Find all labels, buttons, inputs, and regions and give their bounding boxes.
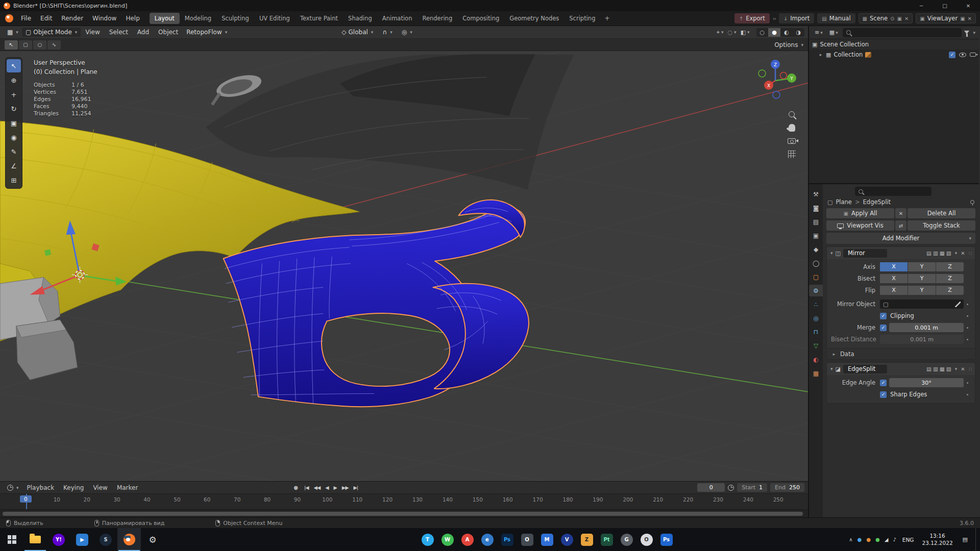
tab-world[interactable]: ◯ bbox=[809, 257, 823, 269]
flip-toggle-button[interactable]: Y bbox=[908, 286, 936, 295]
tool-move[interactable]: + bbox=[7, 88, 21, 101]
delete-all-button[interactable]: Delete All bbox=[908, 208, 975, 218]
tab-physics[interactable]: ◎ bbox=[809, 312, 823, 324]
import-button[interactable]: ↓ Import bbox=[779, 13, 815, 23]
taskbar-yahoo[interactable]: Y! bbox=[47, 528, 70, 551]
transform-orientation-selector[interactable]: ◇ Global ▾ bbox=[338, 28, 377, 37]
tab-object-data[interactable]: ▽ bbox=[809, 340, 823, 352]
tab-view-layer[interactable]: ▣ bbox=[809, 230, 823, 241]
proportional-editing-toggle[interactable]: ◎ ▾ bbox=[398, 28, 416, 37]
unlink-icon[interactable]: ✕ bbox=[904, 16, 909, 21]
tab-object[interactable]: ▢ bbox=[809, 271, 823, 283]
outliner-editor-selector[interactable]: ≡▾ bbox=[813, 28, 825, 37]
menu-item[interactable]: Help bbox=[121, 13, 144, 23]
tray-icon[interactable]: ● bbox=[866, 537, 871, 542]
spiral-app[interactable]: O bbox=[636, 528, 656, 551]
mode-selector[interactable]: ▢ Object Mode ▾ bbox=[22, 28, 81, 37]
edge-angle-checkbox[interactable] bbox=[880, 380, 887, 386]
maximize-button[interactable]: □ bbox=[933, 0, 957, 11]
g-app[interactable]: G bbox=[617, 528, 636, 551]
tool-cursor[interactable]: ⊕ bbox=[7, 73, 21, 87]
ghost-car-body[interactable] bbox=[206, 54, 574, 190]
tool-select-box[interactable]: ↖ bbox=[7, 59, 21, 72]
disable-in-render-icon[interactable] bbox=[970, 53, 976, 57]
obs-gray[interactable]: O bbox=[517, 528, 537, 551]
collapse-icon[interactable]: ▾ bbox=[830, 251, 833, 256]
adobe-red[interactable]: A bbox=[457, 528, 477, 551]
tab-render[interactable]: ◙ bbox=[809, 202, 823, 214]
tab-texture[interactable]: ▦ bbox=[809, 367, 823, 379]
drag-handle-icon[interactable]: ∷ bbox=[969, 251, 972, 256]
transport-button[interactable]: ▶ bbox=[331, 484, 339, 491]
toggle-perspective-icon[interactable] bbox=[788, 151, 796, 158]
timeline-menu-item[interactable]: Keying bbox=[59, 483, 88, 493]
close-button[interactable]: ✕ bbox=[957, 0, 980, 11]
timeline-scrollbar[interactable] bbox=[0, 509, 808, 517]
retopoflow-menu[interactable]: RetopoFlow ▾ bbox=[183, 28, 231, 37]
viewport-menu-item[interactable]: View bbox=[81, 27, 104, 37]
tab-constraints[interactable]: ⊓ bbox=[809, 326, 823, 338]
viewport-menu-item[interactable]: Select bbox=[105, 27, 133, 37]
add-modifier-dropdown[interactable]: Add Modifier▾ bbox=[826, 233, 975, 244]
tab-particles[interactable]: ∴ bbox=[809, 298, 823, 310]
viewport-menu-item[interactable]: Object bbox=[154, 27, 183, 37]
viewport-3d-scene[interactable] bbox=[0, 51, 808, 481]
hide-in-viewport-icon[interactable] bbox=[959, 53, 966, 57]
tray-icon[interactable]: ● bbox=[875, 537, 880, 542]
navigation-gizmo[interactable]: Z Y X bbox=[752, 57, 797, 102]
outliner-row-scene-collection[interactable]: ▣ Scene Collection bbox=[809, 39, 979, 49]
tray-icon[interactable]: ∧ bbox=[849, 537, 852, 542]
outliner-search-input[interactable] bbox=[843, 28, 962, 37]
tab-scene[interactable]: ◆ bbox=[809, 243, 823, 255]
taskbar-blender[interactable] bbox=[117, 528, 141, 551]
delete-modifier-icon[interactable]: ✕ bbox=[960, 251, 966, 256]
drag-handle-icon[interactable]: ∷ bbox=[969, 366, 972, 372]
tray-icon[interactable]: ◢ bbox=[885, 537, 889, 542]
properties-search-input[interactable] bbox=[855, 187, 932, 196]
tool-add-cube[interactable]: ⊞ bbox=[7, 173, 21, 187]
edgesplit-header[interactable]: ▾ ◪ EdgeSplit ▤▥▦▧ ▾ ✕ ∷ bbox=[827, 363, 975, 375]
painter[interactable]: Pt bbox=[597, 528, 617, 551]
delete-modifier-icon[interactable]: ✕ bbox=[960, 366, 966, 372]
workspace-tab[interactable]: Animation bbox=[377, 13, 418, 24]
menu-item[interactable]: Edit bbox=[36, 13, 57, 23]
pin-icon[interactable] bbox=[970, 200, 974, 204]
transport-button[interactable]: |◀ bbox=[302, 484, 311, 491]
language-indicator[interactable]: ENG bbox=[901, 537, 916, 543]
modifier-toggle-icon[interactable]: ▤ bbox=[926, 366, 932, 372]
transport-button[interactable]: ◀◀ bbox=[311, 484, 323, 491]
axis-toggle-button[interactable]: Y bbox=[908, 262, 936, 271]
swap-button[interactable]: ⇄ bbox=[895, 220, 906, 231]
workspace-tab[interactable]: Layout bbox=[150, 13, 180, 24]
workspace-tab[interactable]: Rendering bbox=[417, 13, 457, 24]
sharp-edges-checkbox[interactable] bbox=[880, 391, 887, 398]
options-dropdown[interactable]: Options▾ bbox=[774, 41, 803, 48]
telegram[interactable]: T bbox=[418, 528, 437, 551]
tool-annotate[interactable]: ✎ bbox=[7, 145, 21, 158]
auto-keying-button[interactable]: ● bbox=[290, 484, 301, 491]
modifier-name-field[interactable]: Mirror bbox=[843, 249, 887, 258]
toggle-stack-button[interactable]: Toggle Stack bbox=[908, 220, 975, 231]
mail-blue[interactable]: M bbox=[537, 528, 557, 551]
taskbar-file-explorer[interactable] bbox=[23, 528, 47, 551]
clear-button[interactable]: ✕ bbox=[895, 208, 906, 218]
pin-icon[interactable]: ⊙ bbox=[890, 16, 894, 21]
select-mode-tweak[interactable]: ↖ bbox=[5, 40, 18, 49]
workspace-tab[interactable]: Shading bbox=[343, 13, 377, 24]
breadcrumb-modifier[interactable]: EdgeSplit bbox=[863, 198, 891, 206]
modifier-toggle-icon[interactable]: ▥ bbox=[933, 366, 938, 372]
v-app[interactable]: V bbox=[557, 528, 577, 551]
taskbar-movies[interactable]: ▶ bbox=[70, 528, 94, 551]
scene-selector[interactable]: ▦ Scene ⊙ ▣ ✕ bbox=[859, 13, 913, 23]
minimize-button[interactable]: ─ bbox=[910, 0, 933, 11]
transport-button[interactable]: ◀ bbox=[323, 484, 331, 491]
menu-item[interactable]: Render bbox=[57, 13, 88, 23]
mirror-object-field[interactable]: ▢ bbox=[880, 299, 964, 309]
transport-button[interactable]: ▶| bbox=[351, 484, 360, 491]
workspace-tab[interactable]: Modeling bbox=[180, 13, 216, 24]
viewlayer-selector[interactable]: ▣ ViewLayer ▣ ✕ bbox=[916, 13, 976, 23]
bisect-toggle-button[interactable]: X bbox=[880, 274, 908, 283]
viewport-menu-item[interactable]: Add bbox=[133, 27, 154, 37]
copy-icon[interactable]: ▣ bbox=[897, 16, 902, 21]
flip-toggle-button[interactable]: X bbox=[880, 286, 908, 295]
